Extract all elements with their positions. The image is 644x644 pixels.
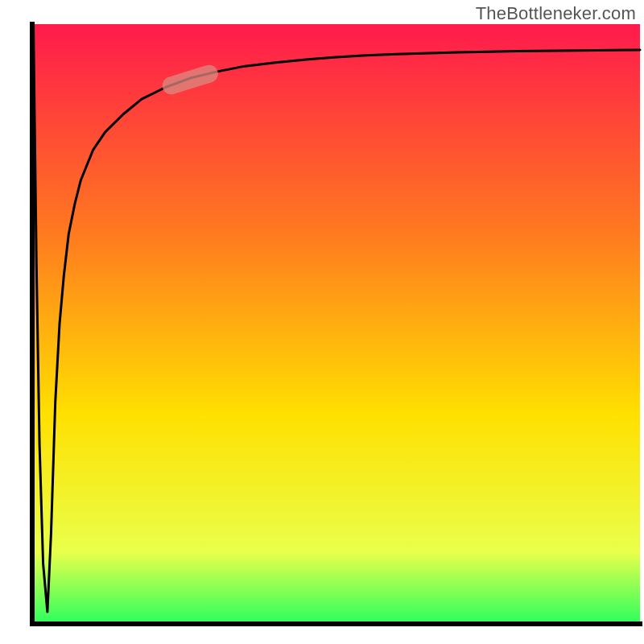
chart-container: { "attribution": "TheBottleneker.com", "…: [0, 0, 644, 644]
chart-svg: [0, 0, 644, 644]
attribution-label: TheBottleneker.com: [476, 3, 636, 24]
